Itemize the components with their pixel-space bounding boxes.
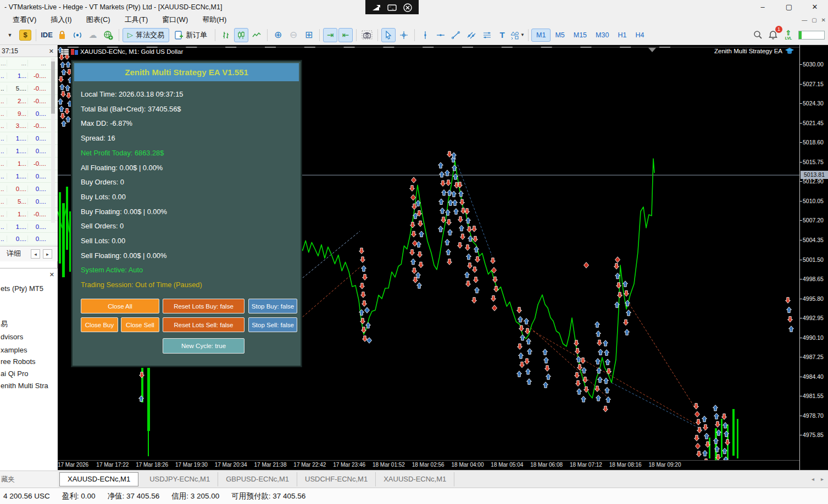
horizontal-line-tool-icon[interactable] xyxy=(434,28,448,42)
line-chart-type-icon[interactable] xyxy=(249,28,264,42)
search-icon[interactable] xyxy=(751,28,765,42)
expert-advisor-icon[interactable] xyxy=(785,48,794,54)
market-watch-close-icon[interactable]: ✕ xyxy=(49,45,54,57)
trendline-tool-icon[interactable] xyxy=(449,28,463,42)
timeframe-m30[interactable]: M30 xyxy=(591,29,613,42)
buy-arrow-marker xyxy=(789,326,794,332)
shift-chart-left-icon[interactable]: ⇤ xyxy=(338,28,353,42)
screenshot-icon[interactable] xyxy=(360,28,374,42)
mdi-close-button[interactable]: ✕ xyxy=(821,17,826,23)
bar-chart-type-icon[interactable] xyxy=(219,28,233,42)
cursor-tool-icon[interactable] xyxy=(381,28,396,42)
market-watch-row[interactable]: ..1....0.... xyxy=(0,221,58,233)
market-bag-icon[interactable] xyxy=(55,28,69,42)
close-button[interactable]: ✕ xyxy=(803,0,827,14)
vertical-line-tool-icon[interactable] xyxy=(418,28,432,42)
market-watch-row[interactable]: ..2...-0.... xyxy=(0,95,58,108)
candlestick-type-icon[interactable] xyxy=(234,28,248,42)
shapes-dropdown-icon[interactable]: ▼ xyxy=(520,32,525,37)
timeframe-h4[interactable]: H4 xyxy=(631,29,648,42)
chart-area[interactable]: XAUUSD-ECNc, M1: Gold US Dollar Zenith M… xyxy=(58,45,799,470)
fibonacci-tool-icon[interactable] xyxy=(480,28,494,42)
close-overlay-icon[interactable] xyxy=(403,3,412,12)
screen-share-icon[interactable] xyxy=(372,4,381,12)
tile-windows-icon[interactable]: ⊞ xyxy=(302,28,316,42)
market-watch-row[interactable]: ..1...-0.... xyxy=(0,208,58,221)
market-watch-row[interactable]: ..5...0.... xyxy=(0,195,58,208)
navigator-item-3[interactable]: xamples xyxy=(1,346,27,354)
menu-item-4[interactable]: 窗口(W) xyxy=(155,14,195,25)
shift-chart-right-icon[interactable]: ⇥ xyxy=(323,28,337,42)
new-order-button[interactable]: 新订单 xyxy=(170,28,212,42)
close-all-button[interactable]: Close All xyxy=(81,299,159,313)
navigator-item-0[interactable]: ets (Pty) MT5 xyxy=(1,284,43,293)
cloud-icon[interactable]: ☁ xyxy=(86,28,100,42)
close-buy-button[interactable]: Close Buy xyxy=(81,317,118,332)
reset-lots-sell-button[interactable]: Reset Lots Sell: false xyxy=(163,317,244,332)
chart-tab-4[interactable]: XAUUSD-ECNc,M1 xyxy=(376,472,454,486)
timeframe-m15[interactable]: M15 xyxy=(569,29,591,42)
new-cycle-button[interactable]: New Cycle: true xyxy=(163,338,244,354)
timeframe-h1[interactable]: H1 xyxy=(613,29,631,42)
menu-item-1[interactable]: 插入(I) xyxy=(43,14,79,25)
timeframe-m1[interactable]: M1 xyxy=(531,29,551,42)
market-watch-row[interactable]: ..1...-0.... xyxy=(0,70,58,82)
chart-tab-1[interactable]: USDJPY-ECNc,M1 xyxy=(142,472,218,486)
minimize-button[interactable]: – xyxy=(751,0,775,14)
stop-sell-button[interactable]: Stop Sell: false xyxy=(248,317,297,332)
window-restore-icon[interactable]: ⌐¬ xyxy=(387,4,397,12)
navigator-item-2[interactable]: dvisors xyxy=(1,333,23,341)
tabs-scroll-left-icon[interactable]: ◂ xyxy=(31,249,40,259)
menu-item-0[interactable]: 查看(V) xyxy=(5,14,43,25)
tabs-scroll-right-icon[interactable]: ▸ xyxy=(43,249,52,259)
maximize-button[interactable]: ▢ xyxy=(777,0,801,14)
mdi-minimize-button[interactable]: — xyxy=(802,17,807,23)
navigator-item-4[interactable]: ree Robots xyxy=(1,357,36,366)
market-watch-row[interactable]: ..1....0.... xyxy=(0,132,58,145)
text-tool-icon[interactable]: T xyxy=(495,28,509,42)
market-watch-row[interactable]: ..9...0.... xyxy=(0,108,58,120)
tab-details[interactable]: 详细 xyxy=(7,249,21,259)
zoom-in-icon[interactable]: ⊕ xyxy=(271,28,285,42)
market-watch-table[interactable]: ...........1...-0......5....-0......2...… xyxy=(0,57,58,246)
zoom-out-icon[interactable]: ⊖ xyxy=(286,28,301,42)
market-watch-row[interactable]: ..0....0.... xyxy=(0,233,58,245)
navigator-item-5[interactable]: ai Qi Pro xyxy=(1,369,29,378)
market-watch-row[interactable]: ..1....0.... xyxy=(0,145,58,158)
tabbar-scroll-left-icon[interactable]: ◂ xyxy=(812,476,814,482)
chart-tab-2[interactable]: GBPUSD-ECNc,M1 xyxy=(218,472,297,486)
navigator-item-6[interactable]: enith Multi Stra xyxy=(1,382,48,390)
stop-buy-button[interactable]: Stop Buy: false xyxy=(248,299,297,313)
market-watch-scrollbar[interactable] xyxy=(51,58,55,223)
market-watch-row[interactable]: ..1....0.... xyxy=(0,170,58,183)
navigator-item-1[interactable]: 易 xyxy=(1,319,8,329)
market-data-icon[interactable]: $ xyxy=(18,28,32,42)
sell-arrow-marker xyxy=(603,406,608,412)
crosshair-tool-icon[interactable] xyxy=(397,28,411,42)
navigator-bottom-tab[interactable]: 藏夹 xyxy=(0,471,58,488)
menu-item-5[interactable]: 帮助(H) xyxy=(195,14,234,25)
lvl-icon[interactable]: ⇧LVL xyxy=(781,28,796,42)
shapes-tool-icon[interactable]: ▼ xyxy=(510,28,525,42)
market-watch-row[interactable]: ..3....-0.... xyxy=(0,120,58,132)
close-sell-button[interactable]: Close Sell xyxy=(121,317,159,332)
algo-trading-button[interactable]: ▷ 算法交易 xyxy=(123,28,169,42)
menu-item-3[interactable]: 工具(T) xyxy=(118,14,155,25)
channel-tool-icon[interactable] xyxy=(464,28,479,42)
tabbar-scroll-right-icon[interactable]: ▸ xyxy=(821,476,824,482)
navigator-close-icon[interactable]: ✕ xyxy=(49,268,54,281)
market-watch-row[interactable]: ..5....-0.... xyxy=(0,82,58,95)
toolbar-dropdown-icon[interactable]: ▼ xyxy=(3,28,17,42)
market-watch-row[interactable]: ..1...-0.... xyxy=(0,158,58,170)
signals-icon[interactable] xyxy=(70,28,85,42)
timeframe-m5[interactable]: M5 xyxy=(551,29,569,42)
notifications-bell-icon[interactable]: 1 xyxy=(766,28,780,42)
market-watch-row[interactable]: ..0....0.... xyxy=(0,183,58,195)
chart-tab-0[interactable]: XAUUSD-ECNc,M1 xyxy=(59,472,138,486)
reset-lots-buy-button[interactable]: Reset Lots Buy: false xyxy=(163,299,244,313)
chart-tab-3[interactable]: USDCHF-ECNc,M1 xyxy=(297,472,376,486)
mdi-restore-button[interactable]: ▢ xyxy=(812,17,816,23)
community-icon[interactable] xyxy=(101,28,115,42)
ide-button[interactable]: IDE xyxy=(40,28,54,42)
menu-item-2[interactable]: 图表(C) xyxy=(79,14,118,25)
